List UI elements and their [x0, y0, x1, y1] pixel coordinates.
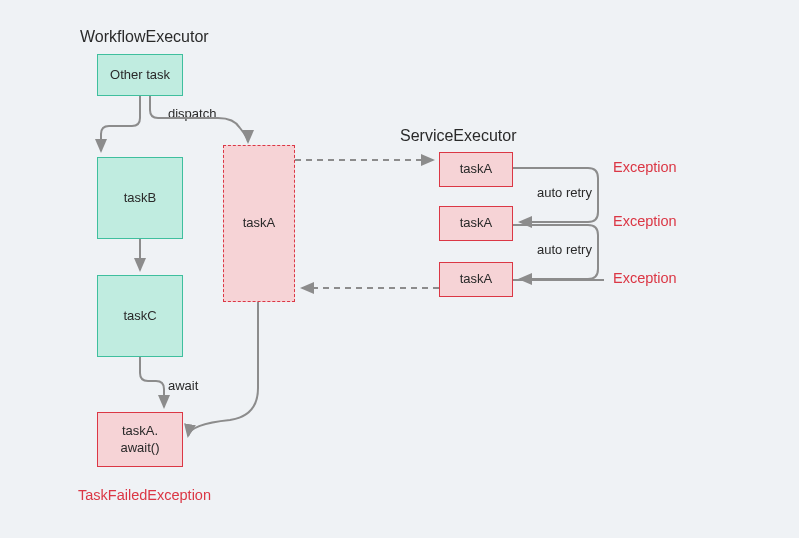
await-box: taskA. await() — [97, 412, 183, 467]
exception-3-label: Exception — [613, 270, 677, 286]
taskC-box: taskC — [97, 275, 183, 357]
service-executor-heading: ServiceExecutor — [400, 127, 517, 145]
svc-taskA-3-box: taskA — [439, 262, 513, 297]
dispatch-label: dispatch — [168, 106, 216, 121]
other-task-box: Other task — [97, 54, 183, 96]
await-label: await — [168, 378, 198, 393]
workflow-executor-heading: WorkflowExecutor — [80, 28, 209, 46]
task-failed-exception-label: TaskFailedException — [78, 487, 211, 503]
svc-taskA-1-box: taskA — [439, 152, 513, 187]
exception-2-label: Exception — [613, 213, 677, 229]
exception-1-label: Exception — [613, 159, 677, 175]
auto-retry-2-label: auto retry — [537, 242, 592, 257]
svc-taskA-2-box: taskA — [439, 206, 513, 241]
taskA-dispatched-box: taskA — [223, 145, 295, 302]
taskB-box: taskB — [97, 157, 183, 239]
auto-retry-1-label: auto retry — [537, 185, 592, 200]
